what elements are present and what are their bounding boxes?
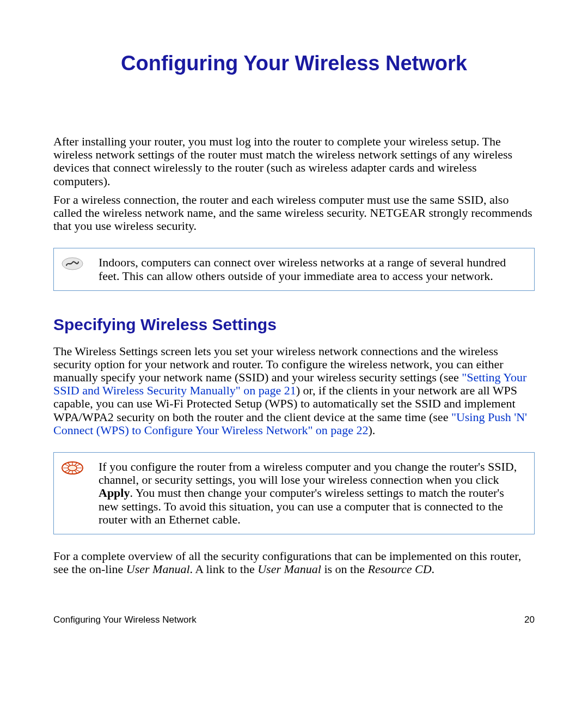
paragraph-4: For a complete overview of all the secur… [53,550,535,576]
user-manual-2: User Manual [258,562,321,576]
page-footer: Configuring Your Wireless Network 20 [53,614,535,625]
warning-callout: If you configure the router from a wirel… [53,452,535,534]
p4-text-d: . [432,562,435,576]
p3-text-a: The Wireless Settings screen lets you se… [53,344,503,384]
p4-text-c: is on the [321,562,368,576]
p4-text-b: . A link to the [190,562,258,576]
section-heading: Specifying Wireless Settings [53,315,535,334]
page: Configuring Your Wireless Network After … [0,0,588,706]
paragraph-3: The Wireless Settings screen lets you se… [53,345,535,437]
note2-text-b: . You must then change your computer's w… [99,486,504,526]
resource-cd: Resource CD [367,562,431,576]
note-text-1: Indoors, computers can connect over wire… [99,256,526,282]
p3-text-c: ). [368,423,375,437]
warning-text: If you configure the router from a wirel… [99,460,526,526]
paragraph-1: After installing your router, you must l… [53,135,535,188]
svg-point-0 [62,258,83,270]
note-icon [62,257,83,272]
note-callout-1: Indoors, computers can connect over wire… [53,248,535,290]
user-manual-1: User Manual [126,562,190,576]
paragraph-2: For a wireless connection, the router an… [53,193,535,233]
page-title: Configuring Your Wireless Network [53,52,535,75]
note2-text-a: If you configure the router from a wirel… [99,460,517,486]
footer-page-number: 20 [524,614,535,625]
warning-icon [62,461,83,477]
footer-left: Configuring Your Wireless Network [53,614,197,625]
svg-point-8 [68,465,77,471]
apply-bold: Apply [99,486,130,500]
